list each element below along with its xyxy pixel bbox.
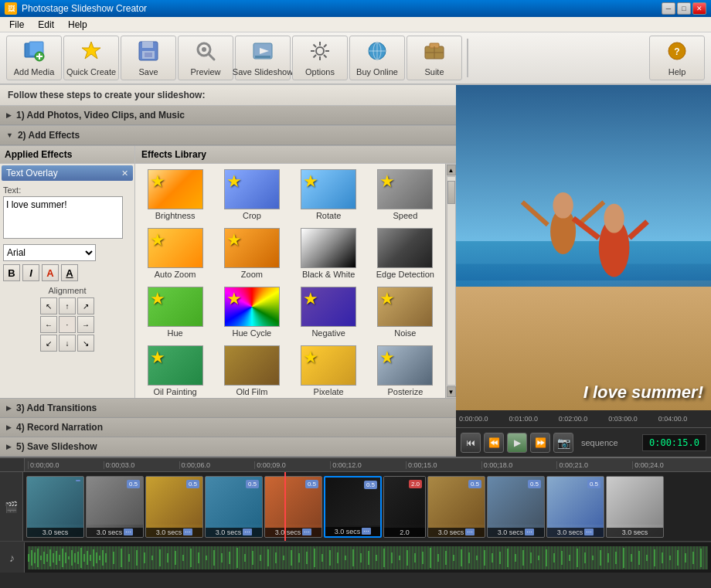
- align-tr[interactable]: ↗: [77, 297, 94, 314]
- step-back-button[interactable]: ⏪: [484, 433, 504, 453]
- svg-rect-119: [476, 556, 478, 560]
- clip-7[interactable]: 2.0 2.0: [383, 476, 426, 538]
- effect-posterize[interactable]: ★ Posterize: [369, 343, 442, 398]
- effect-crop[interactable]: ★ Crop: [215, 167, 288, 223]
- toolbar: Add Media Quick Create Save: [0, 32, 711, 85]
- align-tl[interactable]: ↖: [40, 297, 57, 314]
- minimize-button[interactable]: ─: [662, 2, 675, 15]
- svg-rect-91: [260, 555, 261, 561]
- star-icon: ★: [379, 172, 395, 192]
- clip-3[interactable]: 0.5 3.0 secs ⋯: [145, 476, 203, 538]
- help-label: Help: [668, 67, 686, 76]
- effect-rotate[interactable]: ★ Rotate: [292, 167, 366, 223]
- buy-online-button[interactable]: Buy Online: [349, 36, 405, 80]
- step-forward-button[interactable]: ⏩: [530, 433, 550, 453]
- menu-help[interactable]: Help: [62, 18, 94, 32]
- align-bc[interactable]: ↓: [59, 335, 76, 352]
- effect-oldfilm[interactable]: Old Film: [215, 343, 288, 398]
- svg-rect-96: [298, 553, 300, 563]
- play-button[interactable]: ▶: [507, 433, 527, 453]
- clip-5[interactable]: 0.5 3.0 secs ⋯: [264, 476, 322, 538]
- save-button[interactable]: Save: [121, 36, 176, 80]
- save-slideshow-button[interactable]: Save Slideshow: [235, 36, 291, 80]
- color-button[interactable]: A: [42, 264, 59, 281]
- svg-rect-139: [631, 554, 632, 562]
- clip-2[interactable]: 0.5 3.0 secs ⋯: [86, 476, 144, 538]
- align-ml[interactable]: ←: [40, 316, 57, 333]
- step2-header[interactable]: ▼ 2) Add Effects: [0, 126, 456, 145]
- italic-button[interactable]: I: [22, 264, 39, 281]
- svg-rect-106: [376, 555, 377, 561]
- font-select[interactable]: Arial Times New Roman Verdana: [3, 244, 96, 261]
- add-media-button[interactable]: Add Media: [6, 36, 62, 80]
- align-bl[interactable]: ↙: [40, 335, 57, 352]
- effect-oilpaint[interactable]: ★ Oil Painting: [138, 343, 212, 398]
- align-mc[interactable]: ·: [59, 316, 76, 333]
- scroll-down-button[interactable]: ▼: [447, 386, 456, 397]
- align-tc[interactable]: ↑: [59, 297, 76, 314]
- svg-rect-98: [314, 549, 315, 567]
- clip-10[interactable]: 0.5 3.0 secs ⋯: [546, 476, 604, 538]
- audio-track: ♪: [0, 542, 711, 573]
- effect-speed[interactable]: ★ Speed: [369, 167, 442, 223]
- svg-rect-55: [56, 551, 57, 565]
- scroll-up-button[interactable]: ▲: [447, 165, 456, 175]
- options-button[interactable]: Options: [292, 36, 348, 80]
- effect-pixelate[interactable]: ★ Pixelate: [292, 343, 366, 398]
- svg-rect-100: [329, 550, 331, 566]
- bold-button[interactable]: B: [3, 264, 20, 281]
- left-panel: Follow these steps to create your slides…: [0, 85, 456, 457]
- step5-header[interactable]: ▶ 5) Save Slideshow: [0, 437, 456, 457]
- clip-11[interactable]: 3.0 secs: [606, 476, 664, 538]
- step1-header[interactable]: ▶ 1) Add Photos, Video Clips, and Music: [0, 106, 456, 125]
- svg-line-23: [324, 44, 327, 47]
- effect-autozoom[interactable]: ★ Auto Zoom: [138, 226, 212, 281]
- text-input[interactable]: I love summer!: [3, 196, 123, 239]
- preview-button[interactable]: Preview: [178, 36, 233, 80]
- timeline-area: 0:00;00.0 0:00;03.0 0:00;06.0 0:00;09.0 …: [0, 457, 711, 588]
- effects-scrollbar[interactable]: ▲ ▼: [445, 164, 456, 398]
- effect-zoom[interactable]: ★ Zoom: [215, 226, 288, 281]
- effect-autozoom-label: Auto Zoom: [155, 270, 196, 279]
- go-start-button[interactable]: ⏮: [461, 433, 481, 453]
- star-icon: ★: [303, 172, 318, 192]
- buy-online-label: Buy Online: [356, 67, 398, 76]
- clip-4[interactable]: 0.5 3.0 secs ⋯: [205, 476, 263, 538]
- shadow-button[interactable]: A: [61, 264, 78, 281]
- effect-huecycle[interactable]: ★ Hue Cycle: [215, 284, 288, 340]
- effect-bw[interactable]: Black & White: [292, 226, 366, 281]
- svg-line-22: [324, 55, 327, 58]
- clip-6[interactable]: 0.5 3.0 secs ⋯: [324, 476, 382, 538]
- preview-scene-svg: [456, 85, 711, 410]
- screenshot-button[interactable]: 📷: [553, 433, 573, 453]
- align-br[interactable]: ↘: [77, 335, 94, 352]
- close-button[interactable]: ✕: [692, 2, 706, 15]
- help-button[interactable]: ? Help: [649, 36, 705, 80]
- step3-header[interactable]: ▶ 3) Add Transitions: [0, 399, 456, 418]
- menu-edit[interactable]: Edit: [32, 18, 60, 32]
- effect-brightness[interactable]: ★ Brightness: [138, 167, 212, 223]
- step4-header[interactable]: ▶ 4) Record Narration: [0, 418, 456, 437]
- step2-arrow: ▼: [6, 131, 13, 139]
- align-mr[interactable]: →: [77, 316, 94, 333]
- maximize-button[interactable]: □: [677, 2, 691, 15]
- scroll-track[interactable]: [447, 176, 456, 386]
- clip-9[interactable]: 0.5 3.0 secs ⋯: [487, 476, 545, 538]
- clip-8[interactable]: 0.5 3.0 secs ⋯: [427, 476, 485, 538]
- svg-rect-125: [522, 550, 524, 566]
- effect-edge[interactable]: Edge Detection: [369, 226, 442, 281]
- effect-hue[interactable]: ★ Hue: [138, 284, 212, 340]
- effect-pixelate-label: Pixelate: [314, 387, 344, 396]
- scroll-thumb[interactable]: [447, 181, 455, 204]
- clip-1[interactable]: 3.0 secs: [26, 476, 84, 538]
- text-overlay-effect[interactable]: Text Overlay ✕: [2, 165, 133, 181]
- menu-file[interactable]: File: [3, 18, 30, 32]
- suite-button[interactable]: Suite: [407, 36, 462, 80]
- quick-create-button[interactable]: Quick Create: [63, 36, 119, 80]
- svg-rect-73: [121, 549, 122, 567]
- step2-accordion: ▼ 2) Add Effects: [0, 126, 456, 146]
- effect-noise[interactable]: ★ Noise: [369, 284, 442, 340]
- effect-negative[interactable]: ★ Negative: [292, 284, 366, 340]
- video-track-icon: 🎬: [5, 501, 18, 513]
- remove-effect-button[interactable]: ✕: [121, 168, 128, 178]
